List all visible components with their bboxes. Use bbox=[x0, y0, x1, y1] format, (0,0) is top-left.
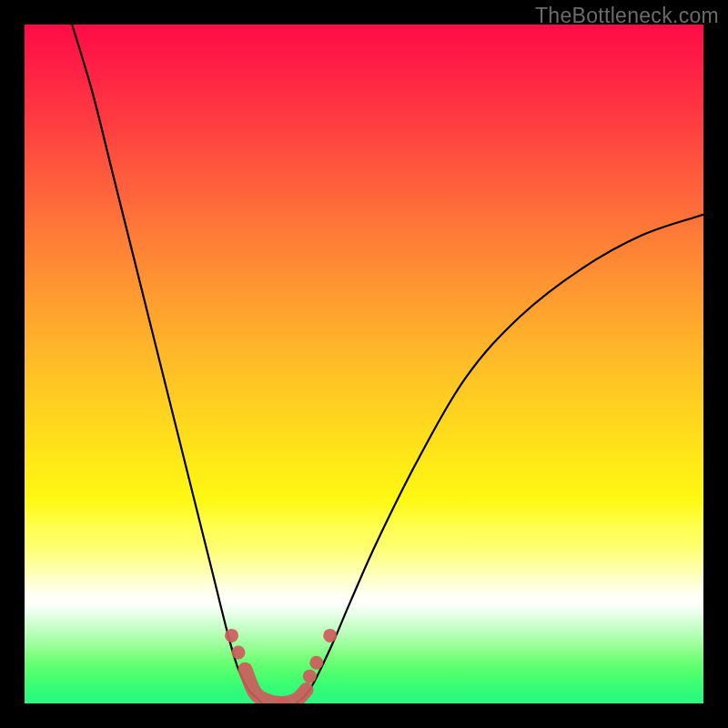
plot-area bbox=[25, 25, 703, 703]
highlight-point bbox=[303, 670, 317, 683]
highlight-point bbox=[309, 656, 323, 670]
chart-frame: TheBottleneck.com bbox=[0, 0, 728, 728]
highlight-point bbox=[231, 646, 245, 660]
highlight-point bbox=[323, 629, 337, 642]
highlight-path bbox=[245, 670, 306, 703]
left-curve bbox=[72, 25, 262, 703]
right-curve bbox=[296, 215, 703, 703]
highlight-point bbox=[225, 629, 238, 642]
chart-svg bbox=[25, 25, 703, 703]
